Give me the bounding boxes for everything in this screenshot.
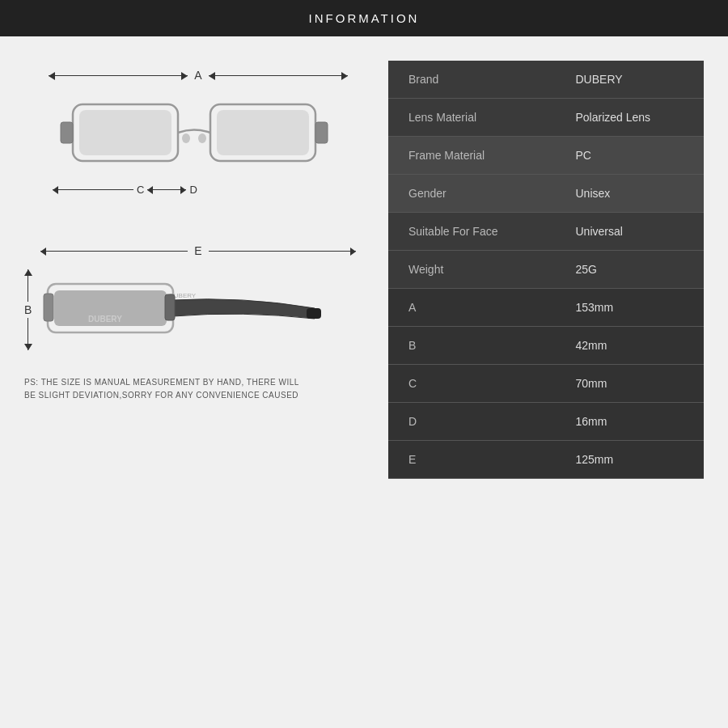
arrow-b: B [24, 269, 32, 350]
spec-row: C70mm [388, 365, 704, 403]
spec-row: BrandDUBERY [388, 61, 704, 99]
spec-row: D16mm [388, 403, 704, 441]
arrow-b-line-bottom [28, 318, 28, 350]
spec-value: 125mm [555, 441, 704, 479]
svg-point-7 [198, 133, 206, 143]
spec-label: C [388, 365, 555, 403]
separator [24, 220, 364, 236]
svg-point-6 [182, 133, 190, 143]
spec-value: DUBERY [555, 61, 704, 99]
spec-row: Frame MaterialPC [388, 137, 704, 175]
spec-row: Lens MaterialPolarized Lens [388, 99, 704, 137]
spec-label: B [388, 327, 555, 365]
spec-label: Frame Material [388, 137, 555, 175]
spec-label: Gender [388, 175, 555, 213]
spec-label: Suitable For Face [388, 213, 555, 251]
arrow-c-line [53, 189, 133, 190]
page-header: INFORMATION [0, 0, 728, 36]
label-a: A [188, 69, 208, 82]
spec-row: Suitable For FaceUniversal [388, 213, 704, 251]
arrow-e-line-left [40, 251, 188, 252]
header-title: INFORMATION [309, 11, 420, 25]
spec-value: 153mm [555, 289, 704, 327]
spec-row: A153mm [388, 289, 704, 327]
diagram-panel: A [24, 61, 364, 712]
arrow-a-line-right [209, 75, 348, 76]
glasses-front-svg [57, 88, 332, 177]
spec-label: Lens Material [388, 99, 555, 137]
arrow-e-line-right [209, 251, 356, 252]
arrow-a-line [49, 75, 188, 76]
spec-label: A [388, 289, 555, 327]
side-view-diagram: E B [24, 244, 364, 356]
spec-label: Weight [388, 251, 555, 289]
spec-value: 25G [555, 251, 704, 289]
svg-text:DUBERY: DUBERY [88, 315, 122, 324]
side-view-container: B DUBE [24, 264, 364, 356]
arrow-a: A [49, 69, 348, 82]
svg-rect-3 [217, 110, 309, 155]
specs-panel: BrandDUBERYLens MaterialPolarized LensFr… [388, 61, 704, 712]
arrow-d [147, 189, 186, 190]
footer-note-line1: PS: THE SIZE IS MANUAL MEASUREMENT BY HA… [24, 376, 364, 389]
spec-value: PC [555, 137, 704, 175]
spec-value: 16mm [555, 403, 704, 441]
spec-value: Unisex [555, 175, 704, 213]
svg-rect-13 [165, 294, 175, 320]
svg-rect-1 [79, 110, 171, 155]
svg-rect-5 [315, 122, 328, 143]
spec-label: Brand [388, 61, 555, 99]
glasses-side: DUBERY DUBERY [40, 264, 364, 356]
front-view-diagram: A [24, 61, 364, 212]
svg-rect-10 [307, 308, 321, 319]
main-content: A [0, 36, 728, 728]
spec-row: E125mm [388, 441, 704, 479]
specs-table: BrandDUBERYLens MaterialPolarized LensFr… [388, 61, 704, 479]
spec-label: D [388, 403, 555, 441]
arrow-e: E [40, 244, 356, 257]
spec-value: 42mm [555, 327, 704, 365]
label-b: B [24, 302, 32, 318]
footer-note-line2: BE SLIGHT DEVIATION,SORRY FOR ANY CONVEN… [24, 389, 364, 402]
label-e: E [188, 244, 208, 257]
arrow-b-line-top [28, 269, 28, 302]
svg-rect-4 [61, 122, 73, 143]
svg-rect-14 [44, 294, 53, 321]
spec-row: GenderUnisex [388, 175, 704, 213]
arrow-c [53, 189, 133, 190]
glasses-side-svg: DUBERY DUBERY [40, 264, 331, 353]
label-d: D [186, 184, 197, 196]
spec-row: B42mm [388, 327, 704, 365]
glasses-front [32, 88, 356, 177]
label-c: C [133, 184, 147, 196]
spec-value: Polarized Lens [555, 99, 704, 137]
spec-row: Weight25G [388, 251, 704, 289]
spec-value: 70mm [555, 365, 704, 403]
page: INFORMATION A [0, 0, 728, 728]
spec-value: Universal [555, 213, 704, 251]
spec-label: E [388, 441, 555, 479]
arrow-d-line [147, 189, 186, 190]
footer-note: PS: THE SIZE IS MANUAL MEASUREMENT BY HA… [24, 376, 364, 402]
arrow-cd-container: C D [53, 184, 356, 196]
